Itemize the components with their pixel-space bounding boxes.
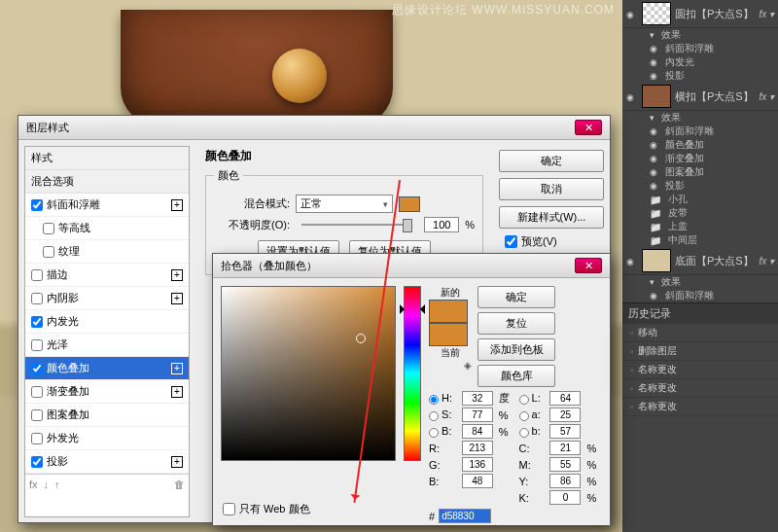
b-input[interactable] (462, 424, 493, 439)
ok-button[interactable]: 确定 (477, 286, 555, 308)
plus-icon[interactable]: + (171, 456, 183, 468)
fx-badge[interactable]: fx ▾ (759, 9, 774, 19)
l-input[interactable] (549, 391, 581, 406)
close-icon[interactable]: ✕ (575, 120, 602, 135)
style-checkbox[interactable] (31, 409, 43, 421)
style-row[interactable]: 图案叠加 (25, 404, 189, 427)
style-checkbox[interactable] (31, 363, 43, 374)
visibility-icon[interactable] (626, 8, 638, 19)
style-checkbox[interactable] (31, 269, 43, 281)
style-row[interactable]: 等高线 (25, 217, 189, 240)
b2-input[interactable] (549, 424, 581, 439)
m-input[interactable] (549, 457, 581, 472)
up-icon[interactable]: ↑ (54, 479, 60, 490)
opacity-slider[interactable] (301, 224, 412, 226)
effect-item[interactable]: 投影 (622, 69, 778, 83)
hue-slider[interactable] (404, 286, 421, 461)
cube-icon[interactable]: ◈ (429, 360, 472, 371)
style-row[interactable]: 颜色叠加+ (25, 357, 189, 380)
color-field[interactable] (221, 286, 396, 461)
r-input[interactable] (462, 441, 493, 455)
y-input[interactable] (549, 474, 581, 488)
history-item[interactable]: 删除图层 (622, 342, 778, 361)
layer-folder[interactable]: 上盖 (622, 220, 778, 233)
style-checkbox[interactable] (31, 199, 43, 211)
color-libraries-button[interactable]: 颜色库 (477, 365, 555, 387)
style-checkbox[interactable] (31, 339, 43, 351)
layer-row[interactable]: 底面【P大点S】 fx ▾ (622, 247, 778, 275)
style-row[interactable]: 光泽 (25, 334, 189, 357)
k-input[interactable] (549, 490, 581, 505)
blend-options-header[interactable]: 混合选项 (25, 170, 189, 194)
a-radio[interactable] (519, 411, 529, 421)
style-checkbox[interactable] (31, 293, 43, 304)
style-row[interactable]: 描边+ (25, 264, 189, 287)
styles-header[interactable]: 样式 (25, 147, 189, 170)
blend-mode-select[interactable]: 正常 (296, 195, 393, 213)
layer-row[interactable]: 圆扣【P大点S】 fx ▾ (622, 0, 778, 28)
fx-badge[interactable]: fx ▾ (759, 256, 774, 266)
history-item[interactable]: 名称更改 (622, 398, 778, 416)
down-icon[interactable]: ↓ (44, 479, 50, 490)
effect-item[interactable]: 斜面和浮雕 (622, 289, 778, 302)
effect-item[interactable]: 斜面和浮雕 (622, 124, 778, 138)
style-checkbox[interactable] (31, 386, 43, 398)
layer-folder[interactable]: 小孔 (622, 193, 778, 206)
layer-folder[interactable]: 中间层 (622, 233, 778, 247)
dialog-titlebar[interactable]: 图层样式 ✕ (18, 116, 610, 140)
effect-item[interactable]: 渐变叠加 (622, 152, 778, 165)
effect-item[interactable]: 斜面和浮雕 (622, 42, 778, 55)
effects-header[interactable]: 效果 (622, 28, 778, 42)
h-input[interactable] (462, 391, 493, 406)
plus-icon[interactable]: + (171, 269, 183, 281)
close-icon[interactable]: ✕ (575, 258, 602, 273)
dialog-titlebar[interactable]: 拾色器（叠加颜色） ✕ (213, 254, 610, 278)
style-checkbox[interactable] (43, 223, 54, 234)
effect-item[interactable]: 内发光 (622, 55, 778, 69)
effects-header[interactable]: 效果 (622, 111, 778, 124)
g-input[interactable] (462, 457, 493, 472)
layer-folder[interactable]: 皮带 (622, 206, 778, 220)
add-swatch-button[interactable]: 添加到色板 (477, 338, 555, 361)
web-only-checkbox[interactable]: 只有 Web 颜色 (223, 502, 310, 516)
ok-button[interactable]: 确定 (499, 150, 604, 172)
plus-icon[interactable]: + (171, 293, 183, 304)
visibility-icon[interactable] (626, 90, 638, 102)
fx-badge[interactable]: fx ▾ (759, 91, 774, 102)
l-radio[interactable] (519, 395, 529, 405)
trash-icon[interactable]: 🗑 (174, 479, 185, 490)
style-row[interactable]: 斜面和浮雕+ (25, 194, 189, 217)
layer-row[interactable]: 横扣【P大点S】 fx ▾ (622, 83, 778, 111)
style-row[interactable]: 内发光 (25, 310, 189, 334)
visibility-icon[interactable] (626, 255, 638, 266)
style-checkbox[interactable] (43, 246, 54, 258)
history-item[interactable]: 名称更改 (622, 361, 778, 379)
preview-checkbox[interactable]: 预览(V) (499, 234, 604, 249)
style-row[interactable]: 纹理 (25, 240, 189, 264)
b2-radio[interactable] (519, 428, 529, 438)
effect-item[interactable]: 图案叠加 (622, 165, 778, 179)
h-radio[interactable] (429, 395, 439, 405)
effects-header[interactable]: 效果 (622, 275, 778, 289)
layer-thumbnail[interactable] (642, 2, 671, 25)
s-input[interactable] (462, 408, 493, 422)
c-input[interactable] (549, 441, 581, 455)
current-color-swatch[interactable] (429, 323, 468, 346)
plus-icon[interactable]: + (171, 363, 183, 374)
style-checkbox[interactable] (31, 316, 43, 328)
a-input[interactable] (549, 408, 581, 422)
history-item[interactable]: 名称更改 (622, 379, 778, 398)
plus-icon[interactable]: + (171, 199, 183, 211)
history-item[interactable]: 移动 (622, 324, 778, 342)
style-row[interactable]: 渐变叠加+ (25, 380, 189, 404)
effect-item[interactable]: 颜色叠加 (622, 138, 778, 152)
s-radio[interactable] (429, 411, 439, 421)
opacity-input[interactable]: 100 (424, 217, 459, 232)
new-style-button[interactable]: 新建样式(W)... (499, 206, 604, 229)
fx-menu-icon[interactable]: fx (29, 479, 38, 490)
b-radio[interactable] (429, 428, 439, 438)
color-swatch[interactable] (399, 196, 420, 212)
layer-thumbnail[interactable] (642, 249, 671, 272)
bc-input[interactable] (462, 474, 493, 488)
layer-thumbnail[interactable] (642, 85, 671, 108)
